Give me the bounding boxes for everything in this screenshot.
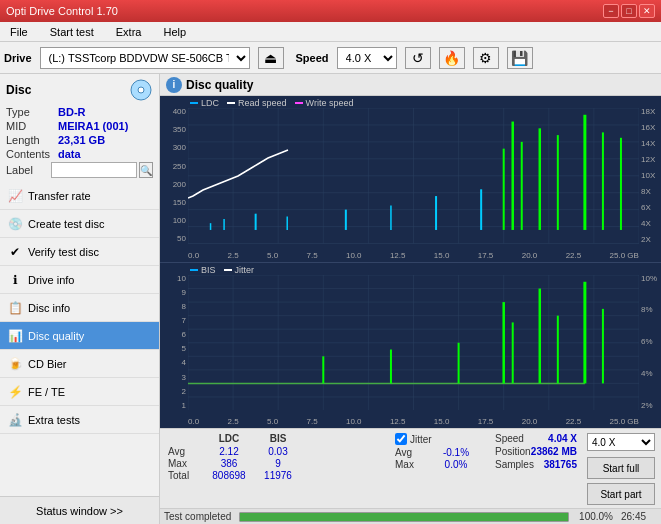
- max-bis: 9: [256, 458, 300, 469]
- time-elapsed: 26:45: [621, 511, 657, 522]
- samples-value: 381765: [544, 459, 577, 470]
- sidebar-item-verify-test-disc-label: Verify test disc: [28, 246, 99, 258]
- status-window-label: Status window >>: [36, 505, 123, 517]
- burn-button[interactable]: 🔥: [439, 47, 465, 69]
- sidebar-item-verify-test-disc[interactable]: ✔ Verify test disc: [0, 238, 159, 266]
- progress-bar-container: Test completed 100.0% 26:45: [160, 508, 661, 524]
- total-row: Total 808698 11976: [168, 470, 379, 481]
- disc-mid-row: MID MEIRA1 (001): [6, 120, 153, 132]
- ldc-legend-write: Write speed: [295, 98, 354, 108]
- minimize-button[interactable]: −: [603, 4, 619, 18]
- jitter-checkbox-row: Jitter: [395, 433, 483, 445]
- title-bar: Opti Drive Control 1.70 − □ ✕: [0, 0, 661, 22]
- status-window-button[interactable]: Status window >>: [0, 496, 159, 524]
- sidebar-item-disc-info[interactable]: 📋 Disc info: [0, 294, 159, 322]
- start-full-button[interactable]: Start full: [587, 457, 655, 479]
- disc-contents-value: data: [58, 148, 81, 160]
- disc-contents-label: Contents: [6, 148, 58, 160]
- sidebar-item-disc-quality-label: Disc quality: [28, 330, 84, 342]
- refresh-button[interactable]: ↺: [405, 47, 431, 69]
- menu-help[interactable]: Help: [157, 24, 192, 40]
- quality-header: i Disc quality: [160, 74, 661, 96]
- ldc-x-labels: 0.0 2.5 5.0 7.5 10.0 12.5 15.0 17.5 20.0…: [188, 251, 639, 260]
- sidebar-item-drive-info[interactable]: ℹ Drive info: [0, 266, 159, 294]
- status-text: Test completed: [164, 511, 231, 522]
- ldc-chart-svg: [188, 108, 639, 244]
- sidebar-item-disc-quality[interactable]: 📊 Disc quality: [0, 322, 159, 350]
- max-row: Max 386 9: [168, 458, 379, 469]
- avg-jitter-row: Avg -0.1%: [395, 447, 483, 458]
- bis-y-labels-right: 10% 8% 6% 4% 2%: [639, 275, 661, 411]
- max-jitter-label: Max: [395, 459, 429, 470]
- menu-start-test[interactable]: Start test: [44, 24, 100, 40]
- samples-row: Samples 381765: [495, 459, 577, 470]
- speed-value: 4.04 X: [548, 433, 577, 444]
- extra-tests-icon: 🔬: [8, 413, 22, 427]
- sidebar-item-cd-bier-label: CD Bier: [28, 358, 67, 370]
- speed-select-small[interactable]: 4.0 X 2.0 X: [587, 433, 655, 451]
- nav-items: 📈 Transfer rate 💿 Create test disc ✔ Ver…: [0, 182, 159, 434]
- quality-icon: i: [166, 77, 182, 93]
- disc-quality-icon: 📊: [8, 329, 22, 343]
- settings-button[interactable]: ⚙: [473, 47, 499, 69]
- disc-length-row: Length 23,31 GB: [6, 134, 153, 146]
- disc-label-label: Label: [6, 164, 51, 176]
- sidebar-item-disc-info-label: Disc info: [28, 302, 70, 314]
- label-icon-button[interactable]: 🔍: [139, 162, 153, 178]
- avg-jitter-label: Avg: [395, 447, 429, 458]
- write-dot: [295, 102, 303, 104]
- jitter-dot: [224, 269, 232, 271]
- sidebar-item-transfer-rate[interactable]: 📈 Transfer rate: [0, 182, 159, 210]
- avg-label: Avg: [168, 446, 202, 457]
- disc-type-row: Type BD-R: [6, 106, 153, 118]
- eject-button[interactable]: ⏏: [258, 47, 284, 69]
- jitter-checkbox[interactable]: [395, 433, 407, 445]
- fe-te-icon: ⚡: [8, 385, 22, 399]
- max-ldc: 386: [202, 458, 256, 469]
- bis-x-labels: 0.0 2.5 5.0 7.5 10.0 12.5 15.0 17.5 20.0…: [188, 417, 639, 426]
- speed-key: Speed: [495, 433, 524, 444]
- jitter-section: Jitter Avg -0.1% Max 0.0%: [387, 429, 491, 509]
- ldc-legend-read: Read speed: [227, 98, 287, 108]
- sidebar-item-fe-te-label: FE / TE: [28, 386, 65, 398]
- sidebar-item-extra-tests[interactable]: 🔬 Extra tests: [0, 406, 159, 434]
- total-bis: 11976: [256, 470, 300, 481]
- maximize-button[interactable]: □: [621, 4, 637, 18]
- stats-header-row: LDC BIS: [168, 433, 379, 444]
- save-button[interactable]: 💾: [507, 47, 533, 69]
- speed-selector[interactable]: 4.0 X 2.0 X 8.0 X: [337, 47, 397, 69]
- create-test-disc-icon: 💿: [8, 217, 22, 231]
- transfer-rate-icon: 📈: [8, 189, 22, 203]
- menu-extra[interactable]: Extra: [110, 24, 148, 40]
- disc-type-value: BD-R: [58, 106, 86, 118]
- buttons-section: 4.0 X 2.0 X Start full Start part: [581, 429, 661, 509]
- charts-area: 400 350 300 250 200 150 100 50 18X 16X 1…: [160, 96, 661, 428]
- drive-selector[interactable]: (L:) TSSTcorp BDDVDW SE-506CB TS02: [40, 47, 250, 69]
- bis-dot: [190, 269, 198, 271]
- bis-chart-svg: [188, 275, 639, 411]
- ldc-y-labels-right: 18X 16X 14X 12X 10X 8X 6X 4X 2X: [639, 108, 661, 244]
- disc-type-label: Type: [6, 106, 58, 118]
- quality-title: Disc quality: [186, 78, 253, 92]
- stats-row: LDC BIS Avg 2.12 0.03 Max 386 9 Total: [160, 429, 661, 509]
- bis-col-header: BIS: [256, 433, 300, 444]
- disc-info-icon: 📋: [8, 301, 22, 315]
- avg-bis: 0.03: [256, 446, 300, 457]
- progress-bar-fill: [240, 513, 568, 521]
- cd-bier-icon: 🍺: [8, 357, 22, 371]
- bis-y-labels-left: 10 9 8 7 6 5 4 3 2 1: [160, 275, 188, 411]
- menu-file[interactable]: File: [4, 24, 34, 40]
- disc-label-input[interactable]: [51, 162, 137, 178]
- bis-legend-jitter: Jitter: [224, 265, 255, 275]
- sidebar-item-fe-te[interactable]: ⚡ FE / TE: [0, 378, 159, 406]
- stats-table: LDC BIS Avg 2.12 0.03 Max 386 9 Total: [160, 429, 387, 509]
- disc-mid-value: MEIRA1 (001): [58, 120, 128, 132]
- sidebar-item-create-test-disc[interactable]: 💿 Create test disc: [0, 210, 159, 238]
- disc-header: Disc: [6, 78, 153, 102]
- read-dot: [227, 102, 235, 104]
- close-button[interactable]: ✕: [639, 4, 655, 18]
- sidebar-item-cd-bier[interactable]: 🍺 CD Bier: [0, 350, 159, 378]
- start-part-button[interactable]: Start part: [587, 483, 655, 505]
- svg-point-1: [138, 87, 144, 93]
- avg-row: Avg 2.12 0.03: [168, 446, 379, 457]
